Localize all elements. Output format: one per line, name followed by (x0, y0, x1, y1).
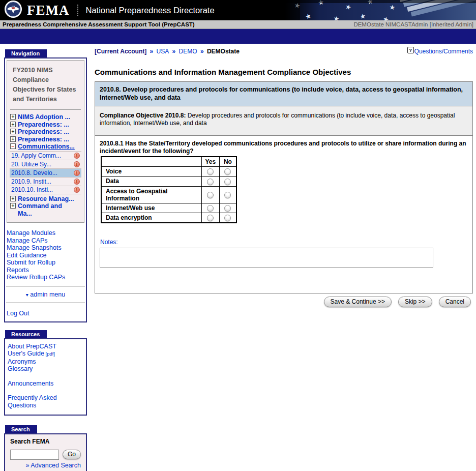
expand-icon[interactable]: + (10, 129, 16, 134)
tree-item[interactable]: +NIMS Adoption ... (10, 113, 81, 121)
content-area: Navigation FY2010 NIMS Compliance Object… (0, 44, 476, 471)
resources-link[interactable]: Glossary (8, 365, 83, 373)
sidebar-link[interactable]: Manage CAPs (7, 237, 86, 245)
save-continue-button[interactable]: Save & Continue >> (324, 297, 392, 307)
resources-group: About PrepCASTUser's Guide [pdf]Acronyms… (8, 343, 83, 373)
svg-text:★: ★ (382, 15, 390, 20)
expand-icon[interactable]: + (10, 114, 16, 120)
radio-no[interactable] (224, 215, 231, 221)
breadcrumb-link[interactable]: DEMO (179, 48, 197, 55)
sidebar-subitem[interactable]: 2010.10. Insti...! (10, 186, 81, 194)
fema-logo-text: FEMA (27, 3, 69, 18)
answer-cell (201, 203, 220, 213)
tree-divider (10, 109, 81, 110)
question-bubble-icon: ? (407, 47, 414, 53)
search-input[interactable] (10, 450, 59, 460)
skip-button[interactable]: Skip >> (398, 297, 432, 307)
navy-bar (0, 29, 476, 44)
resources-link[interactable]: About PrepCAST (8, 343, 83, 350)
resources-link[interactable]: Frequently Asked Questions (8, 394, 83, 409)
sidebar-link[interactable]: Reports (7, 267, 86, 274)
sidebar-subitem-label: 2010.9. Instit... (11, 178, 51, 185)
header-divider (77, 5, 78, 16)
admin-menu-toggle[interactable]: ▾ admin menu (5, 291, 86, 298)
sidebar-link[interactable]: Review Rollup CAPs (7, 274, 86, 281)
question-text: 2010.8.1 Has the State/Territory develop… (100, 140, 468, 155)
radio-no[interactable] (224, 168, 231, 175)
navigation-section-header: Navigation (5, 49, 47, 57)
tree-item[interactable]: +Preparedness: ... (10, 121, 81, 129)
resources-section: Resources About PrepCASTUser's Guide [pd… (4, 329, 87, 416)
objective-box: 2010.8. Develop procedures and protocols… (95, 81, 473, 293)
breadcrumb-link[interactable]: USA (157, 48, 169, 55)
answer-cell (220, 167, 236, 176)
alert-icon: ! (74, 187, 80, 193)
directorate-title: National Preparedness Directorate (85, 6, 214, 15)
logout-link[interactable]: Log Out (7, 310, 29, 317)
nav-links: Manage ModulesManage CAPsManage Snapshot… (5, 224, 86, 281)
expand-icon[interactable]: + (10, 122, 16, 127)
search-box: Search FEMA Go » Advanced Search (4, 433, 87, 471)
breadcrumb-separator: » (148, 48, 155, 55)
radio-yes[interactable] (207, 192, 214, 198)
search-go-button[interactable]: Go (63, 450, 81, 459)
table-row: Access to Geospatial Information (101, 186, 236, 203)
sidebar-subitem[interactable]: 19. Apply Comm...! (10, 151, 81, 160)
sidebar-subitem-label: 19. Apply Comm... (11, 152, 61, 159)
nav-tree-top: +NIMS Adoption ...+Preparedness: ...+Pre… (10, 113, 81, 151)
tree-item[interactable]: +Preparedness: ... (10, 128, 81, 136)
answers-corner-cell (101, 157, 201, 167)
answer-cell (220, 213, 236, 223)
answer-cell (201, 186, 220, 203)
nav-divider-2 (6, 303, 85, 303)
alert-icon: ! (74, 153, 80, 159)
tree-item[interactable]: +Preparedness: ... (10, 136, 81, 143)
resources-link[interactable]: Acronyms (8, 358, 83, 366)
sidebar-link[interactable]: Manage Snapshots (7, 244, 86, 252)
expand-icon[interactable]: + (10, 203, 16, 209)
tree-item-label: Preparedness: ... (18, 136, 69, 143)
tree-item[interactable]: +Command and Ma... (10, 202, 81, 217)
breadcrumb: [Current Account] » USA » DEMO » DEMOsta… (95, 48, 240, 55)
svg-text:★: ★ (360, 12, 366, 20)
expand-icon[interactable]: + (10, 196, 16, 201)
sidebar-subitem[interactable]: 20. Utilize Sy...! (10, 160, 81, 168)
sidebar-link[interactable]: Edit Guidance (7, 252, 86, 259)
sidebar-link[interactable]: Manage Modules (7, 229, 86, 237)
radio-no[interactable] (224, 205, 231, 212)
notes-textarea[interactable] (100, 248, 433, 268)
answer-cell (220, 176, 236, 186)
questions-comments-link[interactable]: ? Questions/Comments (407, 48, 473, 55)
advanced-search-link[interactable]: » Advanced Search (10, 462, 82, 469)
table-row: Data encryption (101, 213, 236, 223)
flag-image: ★ ★ ★ ★ ★ ★ ★ ★ ★ (285, 0, 476, 20)
resources-link[interactable]: Announcements (8, 380, 83, 388)
breadcrumb-current-account-link[interactable]: [Current Account] (95, 48, 146, 55)
radio-no[interactable] (224, 192, 231, 198)
nav-tree-subitems: 19. Apply Comm...!20. Utilize Sy...!2010… (10, 151, 81, 194)
radio-yes[interactable] (207, 179, 214, 185)
radio-yes[interactable] (207, 168, 214, 175)
sidebar-subitem[interactable]: 2010.8. Develo...! (10, 168, 81, 177)
sidebar: Navigation FY2010 NIMS Compliance Object… (4, 44, 87, 471)
svg-text:★: ★ (333, 14, 340, 20)
tree-item-label: Communications... (18, 143, 75, 150)
module-title: FY2010 NIMS Compliance Objectives for St… (10, 63, 81, 106)
radio-no[interactable] (224, 179, 231, 185)
tree-item[interactable]: +Resource Manag... (10, 195, 81, 203)
sidebar-subitem-label: 20. Utilize Sy... (11, 161, 51, 168)
notes-label: Notes: (100, 239, 468, 246)
resources-section-header: Resources (5, 330, 47, 338)
resources-link[interactable]: User's Guide [pdf] (8, 350, 83, 358)
sidebar-subitem[interactable]: 2010.9. Instit...! (10, 177, 81, 186)
sidebar-link[interactable]: Submit for Rollup (7, 259, 86, 267)
cancel-button[interactable]: Cancel (439, 297, 471, 307)
radio-yes[interactable] (207, 205, 214, 212)
table-row: Internet/Web use (101, 203, 236, 213)
collapse-icon[interactable]: − (10, 143, 16, 149)
expand-icon[interactable]: + (10, 136, 16, 142)
resources-group: Announcements (8, 380, 83, 388)
tree-item[interactable]: −Communications... (10, 143, 81, 151)
pdf-label: [pdf] (44, 351, 55, 357)
radio-yes[interactable] (207, 215, 214, 221)
